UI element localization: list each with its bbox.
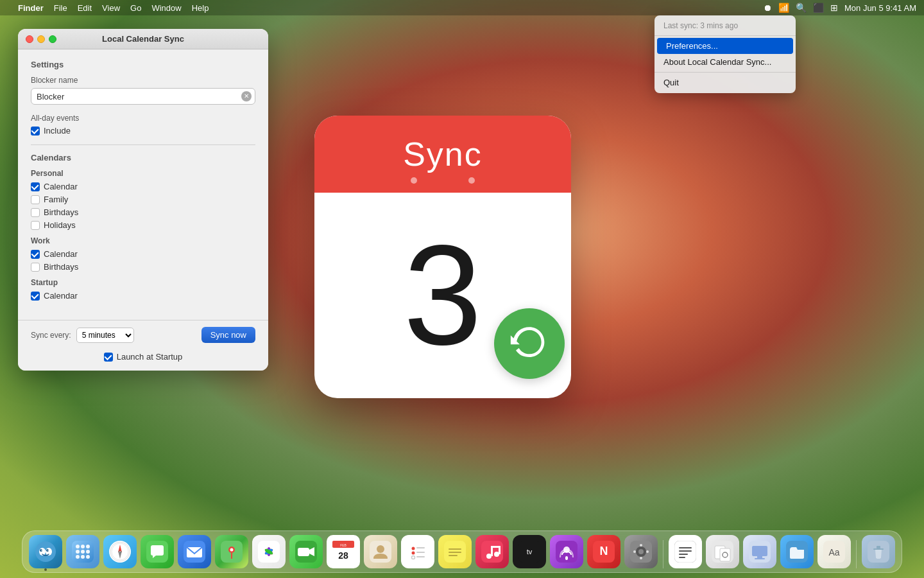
menubar-help[interactable]: Help: [192, 3, 209, 13]
menubar-finder[interactable]: Finder: [18, 3, 44, 13]
dropdown-menu: Last sync: 3 mins ago Preferences... Abo…: [654, 15, 796, 93]
sync-now-button[interactable]: Sync now: [201, 327, 255, 343]
window-content: Settings Blocker name ✕ All-day events I…: [18, 49, 268, 320]
menubar-edit[interactable]: Edit: [78, 3, 92, 13]
personal-calendar-row: Calendar: [31, 182, 255, 191]
podcasts-icon: [556, 541, 578, 563]
startup-calendar-checkbox[interactable]: [31, 292, 40, 301]
maps-icon: [221, 541, 243, 563]
dock-item-maps[interactable]: [215, 535, 248, 568]
dock-item-appletv[interactable]: tv: [513, 535, 546, 568]
svg-point-5: [41, 550, 42, 551]
mail-icon: [184, 541, 205, 563]
svg-text:28: 28: [338, 550, 348, 561]
svg-rect-93: [873, 548, 884, 550]
dock-item-calendar[interactable]: 28 FEB: [327, 535, 360, 568]
work-birthdays-label: Birthdays: [44, 262, 78, 272]
dropdown-separator-1: [654, 35, 796, 36]
work-calendar-checkbox[interactable]: [31, 250, 40, 259]
photos-icon: [258, 541, 280, 563]
menubar-window[interactable]: Window: [151, 3, 181, 13]
menubar-file[interactable]: File: [54, 3, 67, 13]
svg-rect-47: [416, 547, 425, 548]
svg-rect-73: [640, 557, 642, 559]
svg-point-12: [81, 550, 85, 554]
work-calendar-label: Calendar: [44, 249, 78, 259]
calendar-dot-left: [411, 177, 417, 184]
svg-point-46: [412, 547, 415, 550]
dock-item-safari[interactable]: N: [103, 535, 137, 568]
minimize-button[interactable]: [37, 35, 45, 43]
dock-item-podcasts[interactable]: [550, 535, 583, 568]
clear-button[interactable]: ✕: [241, 91, 252, 101]
dropdown-quit[interactable]: Quit: [654, 74, 796, 91]
menubar-go[interactable]: Go: [130, 3, 141, 13]
work-birthdays-row: Birthdays: [31, 262, 255, 272]
blocker-name-input[interactable]: [31, 88, 255, 105]
maximize-button[interactable]: [49, 35, 56, 43]
sync-interval-select[interactable]: 5 minutes 1 minute 2 minutes 10 minutes …: [76, 328, 134, 343]
svg-point-8: [76, 545, 80, 548]
dock-item-notes[interactable]: [438, 535, 472, 568]
dropdown-about[interactable]: About Local Calendar Sync...: [654, 54, 796, 70]
dock-separator: [663, 540, 663, 568]
dock-item-contacts[interactable]: [364, 535, 397, 568]
personal-calendar-checkbox[interactable]: [31, 182, 40, 191]
dock-item-facetime[interactable]: [289, 535, 323, 568]
include-label: Include: [44, 126, 71, 136]
calendar-app-icon: Sync 3: [314, 116, 584, 424]
svg-point-44: [377, 545, 384, 553]
dock-item-music[interactable]: [475, 535, 509, 568]
wifi-icon[interactable]: 📶: [778, 3, 789, 13]
reminders-icon: [407, 541, 429, 563]
dock-item-trash[interactable]: [862, 535, 895, 568]
launch-at-startup-checkbox[interactable]: [104, 353, 113, 362]
dock-item-news[interactable]: N: [587, 535, 620, 568]
svg-rect-80: [679, 557, 685, 558]
dropdown-preferences[interactable]: Preferences...: [657, 38, 793, 54]
svg-rect-72: [640, 544, 642, 547]
font-book-icon: Aa: [823, 541, 845, 563]
record-icon[interactable]: ⏺: [763, 3, 772, 13]
personal-family-checkbox[interactable]: [31, 195, 40, 204]
svg-rect-51: [416, 556, 425, 557]
cast-icon[interactable]: ⬛: [813, 3, 824, 13]
svg-text:Aa: Aa: [828, 547, 839, 557]
svg-rect-86: [752, 546, 767, 556]
work-birthdays-checkbox[interactable]: [31, 263, 40, 272]
dock-item-screensaver[interactable]: [743, 535, 776, 568]
personal-holidays-checkbox[interactable]: [31, 221, 40, 230]
safari-icon: N: [109, 541, 131, 563]
calendar-header: Sync: [314, 116, 571, 193]
personal-birthdays-checkbox[interactable]: [31, 208, 40, 217]
close-button[interactable]: [26, 35, 33, 43]
dock-item-system-settings[interactable]: [624, 535, 658, 568]
dock-item-finder[interactable]: [29, 535, 62, 568]
controlcenter-icon[interactable]: ⊞: [830, 3, 838, 13]
dock-item-mail[interactable]: [178, 535, 211, 568]
dropdown-separator-2: [654, 72, 796, 73]
dock-item-preview[interactable]: [706, 535, 739, 568]
svg-point-6: [47, 550, 49, 551]
personal-family-label: Family: [44, 195, 68, 204]
include-row: Include: [31, 126, 255, 136]
svg-text:N: N: [119, 550, 121, 554]
search-icon[interactable]: 🔍: [796, 3, 807, 13]
appletv-icon: tv: [518, 541, 540, 563]
svg-point-57: [486, 554, 492, 559]
personal-group-title: Personal: [31, 169, 255, 178]
dock-item-photos[interactable]: [252, 535, 286, 568]
dock-item-reminders[interactable]: [401, 535, 434, 568]
dock-item-files[interactable]: [780, 535, 814, 568]
calendar-dock-icon: 28 FEB: [332, 541, 354, 563]
menubar-view[interactable]: View: [102, 3, 120, 13]
dock-item-textedit[interactable]: [669, 535, 702, 568]
dock-item-font-book[interactable]: Aa: [817, 535, 851, 568]
svg-rect-54: [449, 552, 461, 553]
sync-every-row: Sync every: 5 minutes 1 minute 2 minutes…: [31, 328, 134, 343]
notes-icon: [444, 541, 466, 563]
svg-point-71: [638, 549, 644, 554]
include-checkbox[interactable]: [31, 127, 40, 136]
dock-item-messages[interactable]: [141, 535, 174, 568]
dock-item-launchpad[interactable]: [66, 535, 99, 568]
